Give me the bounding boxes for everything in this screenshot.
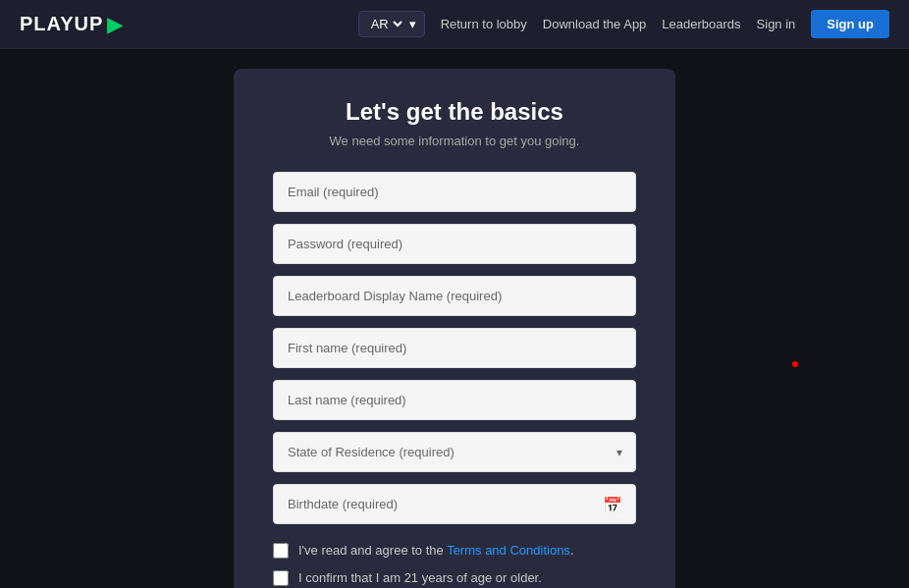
logo-icon: ▶ bbox=[107, 13, 122, 36]
first-name-field[interactable] bbox=[273, 328, 636, 368]
birthdate-field[interactable] bbox=[273, 484, 636, 524]
email-field[interactable] bbox=[273, 172, 636, 212]
language-selector[interactable]: AR EN ES FR ▾ bbox=[358, 11, 425, 37]
navbar: PLAYUP ▶ AR EN ES FR ▾ Return to lobby D… bbox=[0, 0, 909, 49]
checkbox-group: I've read and agree to the Terms and Con… bbox=[273, 542, 636, 588]
chevron-down-icon: ▾ bbox=[409, 17, 416, 31]
notification-dot bbox=[792, 361, 798, 367]
age-label: I confirm that I am 21 years of age or o… bbox=[298, 569, 542, 587]
language-dropdown[interactable]: AR EN ES FR bbox=[367, 16, 405, 32]
terms-checkbox-item[interactable]: I've read and agree to the Terms and Con… bbox=[273, 542, 636, 560]
age-checkbox-item[interactable]: I confirm that I am 21 years of age or o… bbox=[273, 569, 636, 587]
sign-in-link[interactable]: Sign in bbox=[757, 17, 796, 31]
state-wrapper: State of Residence (required) AlabamaAla… bbox=[273, 432, 636, 472]
sign-up-button[interactable]: Sign up bbox=[811, 10, 889, 38]
logo-text: PLAYUP bbox=[20, 13, 103, 35]
age-checkbox[interactable] bbox=[273, 570, 289, 586]
terms-link[interactable]: Terms and Conditions bbox=[447, 543, 570, 558]
return-to-lobby-link[interactable]: Return to lobby bbox=[441, 17, 527, 31]
birthdate-wrapper: 📅 bbox=[273, 484, 636, 524]
nav-right: AR EN ES FR ▾ Return to lobby Download t… bbox=[358, 10, 889, 38]
password-field[interactable] bbox=[273, 224, 636, 264]
download-app-link[interactable]: Download the App bbox=[543, 17, 647, 31]
terms-label: I've read and agree to the Terms and Con… bbox=[298, 542, 574, 560]
state-dropdown[interactable]: State of Residence (required) AlabamaAla… bbox=[273, 432, 636, 472]
form-title: Let's get the basics bbox=[273, 98, 636, 126]
display-name-field[interactable] bbox=[273, 276, 636, 316]
form-subtitle: We need some information to get you goin… bbox=[273, 134, 636, 148]
last-name-field[interactable] bbox=[273, 380, 636, 420]
leaderboards-link[interactable]: Leaderboards bbox=[662, 17, 740, 31]
terms-checkbox[interactable] bbox=[273, 543, 289, 559]
registration-form-card: Let's get the basics We need some inform… bbox=[234, 69, 675, 588]
logo[interactable]: PLAYUP ▶ bbox=[20, 13, 122, 36]
page-background: Let's get the basics We need some inform… bbox=[0, 49, 909, 588]
